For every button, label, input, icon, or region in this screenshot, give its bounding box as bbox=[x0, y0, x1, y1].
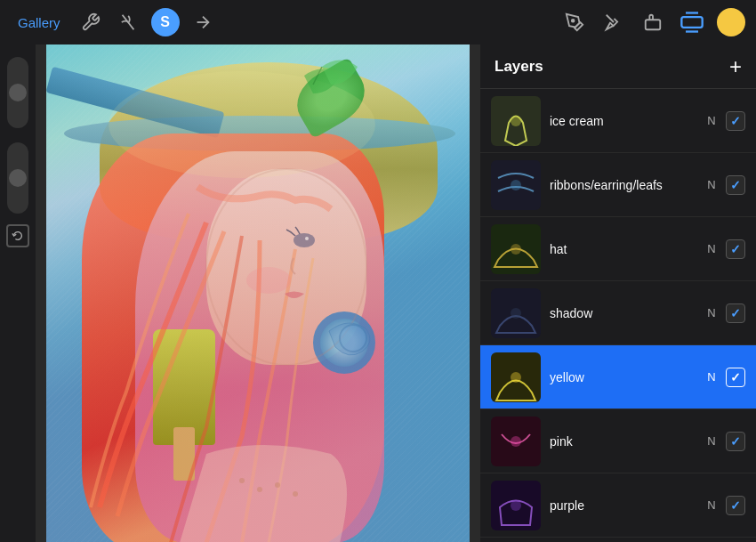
layer-visibility-purple[interactable]: ✓ bbox=[726, 496, 745, 515]
layer-visibility-pink[interactable]: ✓ bbox=[726, 432, 745, 451]
layer-info-hat: hat N ✓ bbox=[550, 239, 745, 259]
layer-name-purple: purple bbox=[550, 498, 697, 513]
layer-mode-shadow: N bbox=[704, 306, 719, 320]
layer-name-ice-cream: ice cream bbox=[550, 114, 697, 128]
brush-size-slider[interactable] bbox=[7, 57, 28, 128]
svg-point-11 bbox=[257, 487, 262, 492]
check-icon-yellow: ✓ bbox=[730, 370, 741, 384]
layers-list: ice cream N ✓ ribbons/earring/leafs N ✓ bbox=[480, 89, 756, 542]
layer-name-hat: hat bbox=[550, 242, 697, 256]
undo-icon[interactable] bbox=[6, 224, 29, 247]
svg-point-14 bbox=[340, 325, 366, 352]
toolbar: Gallery S bbox=[0, 0, 756, 44]
selection-tool-badge[interactable]: S bbox=[151, 8, 180, 36]
gallery-button[interactable]: Gallery bbox=[11, 12, 68, 34]
check-icon-hat: ✓ bbox=[730, 242, 741, 256]
layer-info-shadow: shadow N ✓ bbox=[550, 303, 745, 323]
check-icon-ice-cream: ✓ bbox=[730, 114, 741, 128]
svg-point-16 bbox=[511, 180, 521, 190]
toolbar-left: Gallery S bbox=[11, 8, 217, 36]
layer-item-purple[interactable]: purple N ✓ bbox=[480, 473, 756, 538]
smudge-tool-icon[interactable] bbox=[599, 8, 628, 36]
layer-mode-ribbons-earring-leafs: N bbox=[704, 178, 719, 191]
layer-info-yellow: yellow N ✓ bbox=[550, 368, 745, 387]
svg-point-7 bbox=[294, 233, 315, 247]
layer-thumbnail-pink bbox=[491, 417, 541, 466]
toolbar-right bbox=[560, 8, 745, 36]
layer-name-yellow: yellow bbox=[550, 370, 697, 384]
svg-rect-4 bbox=[681, 17, 702, 28]
check-icon-pink: ✓ bbox=[730, 434, 741, 449]
layer-info-pink: pink N ✓ bbox=[550, 432, 745, 451]
layers-panel: Layers + ice cream N ✓ bbox=[480, 44, 756, 542]
layer-thumbnail-purple bbox=[491, 481, 541, 530]
eraser-tool-icon[interactable] bbox=[639, 8, 667, 36]
main-content: Layers + ice cream N ✓ bbox=[0, 44, 756, 542]
layer-name-pink: pink bbox=[550, 434, 697, 449]
svg-point-8 bbox=[305, 237, 309, 240]
layer-mode-purple: N bbox=[704, 498, 719, 512]
pen-tool-icon[interactable] bbox=[560, 8, 589, 36]
layer-thumbnail-yellow bbox=[491, 352, 541, 402]
svg-point-10 bbox=[239, 478, 245, 483]
layer-item-ice-cream[interactable]: ice cream N ✓ bbox=[480, 89, 756, 153]
layer-info-ice-cream: ice cream N ✓ bbox=[550, 111, 745, 131]
layer-item-ribbons-earring-leafs[interactable]: ribbons/earring/leafs N ✓ bbox=[480, 153, 756, 217]
svg-point-9 bbox=[246, 267, 291, 294]
layer-item-hat[interactable]: hat N ✓ bbox=[480, 217, 756, 281]
layer-info-purple: purple N ✓ bbox=[550, 496, 745, 515]
artwork-canvas bbox=[46, 44, 470, 542]
svg-point-15 bbox=[511, 116, 521, 126]
art-svg-overlay bbox=[46, 44, 470, 542]
layer-mode-ice-cream: N bbox=[704, 114, 719, 127]
layer-item-hair[interactable]: hair N ✓ bbox=[480, 538, 756, 542]
add-layer-button[interactable]: + bbox=[729, 56, 742, 77]
layer-thumbnail-ribbons-earring-leafs bbox=[491, 160, 541, 210]
layer-info-ribbons-earring-leafs: ribbons/earring/leafs N ✓ bbox=[550, 175, 745, 195]
layer-thumbnail-hat bbox=[491, 224, 541, 274]
layer-mode-pink: N bbox=[704, 434, 719, 448]
layers-header: Layers + bbox=[480, 44, 756, 89]
svg-point-21 bbox=[511, 500, 521, 511]
color-picker-circle[interactable] bbox=[717, 8, 745, 36]
check-icon-ribbons-earring-leafs: ✓ bbox=[730, 178, 741, 192]
layer-name-shadow: shadow bbox=[550, 306, 697, 320]
layer-visibility-shadow[interactable]: ✓ bbox=[726, 303, 745, 323]
layer-mode-hat: N bbox=[704, 242, 719, 255]
layer-name-ribbons-earring-leafs: ribbons/earring/leafs bbox=[550, 178, 697, 192]
layer-thumbnail-shadow bbox=[491, 288, 541, 338]
wrench-icon[interactable] bbox=[76, 8, 105, 36]
check-icon-purple: ✓ bbox=[730, 498, 741, 513]
svg-point-19 bbox=[511, 372, 521, 383]
svg-point-20 bbox=[511, 436, 521, 447]
magic-wand-icon[interactable] bbox=[114, 8, 142, 36]
svg-point-12 bbox=[275, 482, 280, 488]
artwork bbox=[46, 44, 470, 542]
layer-mode-yellow: N bbox=[704, 370, 719, 384]
layers-toggle-icon[interactable] bbox=[678, 8, 706, 36]
layer-item-shadow[interactable]: shadow N ✓ bbox=[480, 281, 756, 345]
svg-rect-3 bbox=[646, 20, 661, 29]
layer-visibility-hat[interactable]: ✓ bbox=[726, 239, 745, 259]
layer-visibility-ice-cream[interactable]: ✓ bbox=[726, 111, 745, 131]
svg-point-13 bbox=[293, 491, 298, 497]
svg-point-18 bbox=[511, 308, 521, 319]
svg-point-2 bbox=[572, 20, 575, 22]
canvas-area bbox=[36, 44, 480, 542]
layers-panel-title: Layers bbox=[495, 58, 543, 76]
layer-item-yellow[interactable]: yellow N ✓ bbox=[480, 345, 756, 409]
layer-visibility-ribbons-earring-leafs[interactable]: ✓ bbox=[726, 175, 745, 195]
layer-visibility-yellow[interactable]: ✓ bbox=[726, 368, 745, 387]
svg-point-5 bbox=[109, 71, 375, 178]
svg-point-17 bbox=[511, 244, 521, 255]
layer-item-pink[interactable]: pink N ✓ bbox=[480, 409, 756, 473]
check-icon-shadow: ✓ bbox=[730, 306, 741, 320]
transform-icon[interactable] bbox=[189, 8, 217, 36]
layer-thumbnail-ice-cream bbox=[491, 96, 541, 146]
opacity-slider[interactable] bbox=[7, 142, 28, 214]
left-sidebar bbox=[0, 44, 36, 542]
